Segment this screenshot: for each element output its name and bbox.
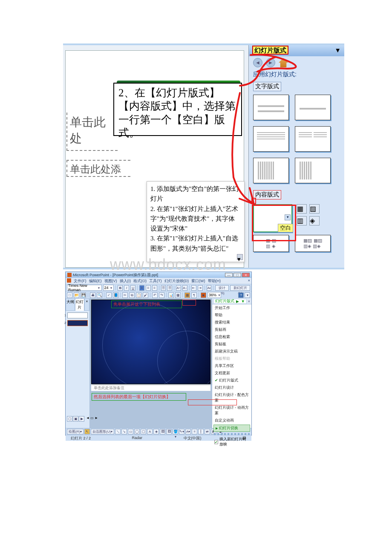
paneitem-custom-anim[interactable]: 自定义动画 bbox=[212, 417, 251, 424]
paneitem-docupdate[interactable]: 文档更新 bbox=[212, 370, 251, 377]
save-button[interactable]: 💾 bbox=[81, 292, 86, 298]
slideshow-view-button[interactable]: ▶ bbox=[79, 416, 84, 422]
cut-button[interactable]: ✂ bbox=[122, 292, 128, 298]
diagram-button[interactable]: ◈ bbox=[153, 429, 159, 434]
menu-edit[interactable]: 编辑(E) bbox=[89, 278, 102, 283]
table-icon[interactable]: ▦ bbox=[297, 204, 307, 214]
forward-icon[interactable]: ► bbox=[266, 58, 275, 67]
design-button[interactable]: 设计(S) bbox=[215, 285, 229, 291]
paneitem-shared[interactable]: 共享工作区 bbox=[212, 362, 251, 370]
redo-button[interactable]: ↷ bbox=[159, 292, 164, 298]
decrease-indent-button[interactable]: ⇤ bbox=[191, 285, 196, 291]
layout-thumb-vertical[interactable] bbox=[253, 158, 289, 183]
spellcheck-button[interactable]: ✓ bbox=[106, 292, 112, 298]
increase-indent-button[interactable]: ⇥ bbox=[198, 285, 203, 291]
help-button[interactable]: ? bbox=[238, 292, 244, 298]
select-objects-button[interactable]: ↖ bbox=[84, 429, 90, 434]
menu-window[interactable]: 窗口(W) bbox=[191, 278, 205, 283]
bulleted-list-button[interactable]: ☰ bbox=[167, 285, 172, 291]
align-center-button[interactable]: ≡ bbox=[146, 285, 151, 291]
zoom-combo[interactable]: 36%▼ bbox=[208, 292, 221, 298]
pane-dropdown-icon[interactable]: ▼ bbox=[334, 46, 341, 54]
text-placeholder-2[interactable]: 单击此处添 bbox=[66, 160, 130, 177]
line-style-button[interactable]: ≡ bbox=[192, 429, 197, 434]
mini-slide-1[interactable]: 1 bbox=[67, 312, 88, 318]
show-hide-button[interactable]: ¶ bbox=[191, 292, 197, 298]
layout-thumb-title-only[interactable] bbox=[295, 95, 331, 120]
chart-icon[interactable]: ▥ bbox=[297, 216, 307, 225]
text-placeholder-1[interactable]: 单击此处 bbox=[66, 113, 118, 151]
clipart-button[interactable]: 🖼 bbox=[160, 429, 165, 434]
layout-thumb-bullets[interactable] bbox=[253, 126, 289, 152]
home-button[interactable] bbox=[279, 58, 288, 67]
picture-icon[interactable]: ▨ bbox=[309, 204, 320, 214]
right-pane-close-icon[interactable]: × bbox=[248, 299, 250, 304]
insert-chart-button[interactable]: 📊 bbox=[168, 292, 174, 298]
font-size-combo[interactable]: 24▼ bbox=[103, 285, 114, 291]
notes-area[interactable]: 单击此处添加备注 bbox=[91, 384, 210, 391]
line-tool-button[interactable]: ＼ bbox=[115, 429, 121, 434]
numbered-list-button[interactable]: ☰ bbox=[161, 285, 166, 291]
tab-slides[interactable]: 幻灯片 bbox=[75, 298, 84, 311]
menu-tools[interactable]: 工具(T) bbox=[149, 278, 162, 283]
line-color-button[interactable]: ✎▾ bbox=[179, 429, 184, 434]
menu-help[interactable]: 帮助(H) bbox=[208, 278, 221, 283]
menu-file[interactable]: 文件(F) bbox=[74, 278, 86, 283]
layout-thumb-title[interactable] bbox=[253, 95, 289, 120]
diagram-icon[interactable]: ◈ bbox=[309, 216, 320, 225]
arrow-tool-button[interactable]: ↘ bbox=[121, 429, 127, 434]
sidebar-close-icon[interactable]: × bbox=[84, 298, 89, 311]
insert-table-button[interactable]: ▦ bbox=[175, 292, 181, 298]
current-slide[interactable] bbox=[91, 300, 210, 384]
textbox-tool-button[interactable]: ▢ bbox=[141, 429, 146, 434]
menu-view[interactable]: 视图(V) bbox=[104, 278, 117, 283]
sorter-view-button[interactable]: ▣ bbox=[73, 416, 78, 422]
maximize-button[interactable]: □ bbox=[233, 273, 241, 277]
paneitem-layout[interactable]: ✔幻灯片版式 bbox=[212, 377, 251, 384]
layout-thumb-vertical-2[interactable] bbox=[295, 158, 331, 183]
copy-button[interactable]: ⧉ bbox=[129, 292, 135, 298]
normal-view-button[interactable]: ▢ bbox=[67, 416, 72, 422]
paneitem-newpres[interactable]: 新建演示文稿 bbox=[212, 348, 251, 355]
menu-slideshow[interactable]: 幻灯片放映(D) bbox=[164, 278, 189, 283]
research-button[interactable]: 📘 bbox=[113, 292, 118, 298]
back-icon[interactable]: ◄ bbox=[253, 58, 262, 67]
font-color-button-2[interactable]: A▾ bbox=[185, 429, 191, 434]
tab-outline[interactable]: 大纲 bbox=[66, 298, 75, 311]
font-color-button[interactable]: A▪ bbox=[207, 285, 212, 291]
autoshapes-button[interactable]: 自选图形(U)▾ bbox=[91, 429, 114, 434]
print-button[interactable]: 🖶 bbox=[90, 292, 95, 298]
rectangle-tool-button[interactable]: ▭ bbox=[128, 429, 133, 434]
open-button[interactable]: 📂 bbox=[74, 292, 79, 298]
paneitem-clipart[interactable]: 剪贴画 bbox=[212, 326, 251, 333]
mini-slide-2[interactable]: 2 bbox=[67, 320, 88, 326]
wordart-button[interactable]: A bbox=[147, 429, 153, 434]
tables-borders-button[interactable]: ▦ bbox=[184, 292, 190, 298]
scrollbar-down-icon[interactable]: ▾ bbox=[237, 254, 243, 260]
paneitem-research[interactable]: 信息检索 bbox=[212, 333, 251, 341]
right-pane-combo[interactable]: 幻灯片版式 ▶ ▼ bbox=[213, 299, 247, 304]
paneitem-search[interactable]: 搜索结果 bbox=[212, 319, 251, 326]
new-slide-button[interactable]: 新幻灯片(N) bbox=[230, 285, 250, 291]
new-button[interactable]: □ bbox=[67, 292, 72, 298]
draw-menu-button[interactable]: 绘图(R)▾ bbox=[67, 429, 84, 434]
layout-thumb-two-col-bullets[interactable] bbox=[295, 126, 331, 152]
close-button[interactable]: X bbox=[242, 273, 250, 277]
increase-font-button[interactable]: A↑ bbox=[176, 285, 181, 291]
underline-button[interactable]: U bbox=[130, 285, 135, 291]
italic-button[interactable]: I bbox=[124, 285, 129, 291]
paneitem-start[interactable]: 开始工作 bbox=[212, 304, 251, 312]
fill-color-button[interactable]: 🪣▾ bbox=[173, 429, 178, 434]
align-left-button[interactable]: ≡ bbox=[139, 285, 144, 291]
oval-tool-button[interactable]: ◯ bbox=[134, 429, 140, 434]
menu-format[interactable]: 格式(O) bbox=[133, 278, 147, 283]
toolbar-options-button[interactable]: ▾ bbox=[245, 292, 250, 298]
layout-thumb-content-2[interactable]: ▦▨ ▦▨▥◈ ▥◈ bbox=[295, 235, 331, 252]
undo-button[interactable]: ↶ bbox=[152, 292, 158, 298]
decrease-font-button[interactable]: A↓ bbox=[182, 285, 187, 291]
picture-button[interactable]: 🖼 bbox=[166, 429, 172, 434]
format-painter-button[interactable]: 🖌 bbox=[143, 292, 148, 298]
preview-button[interactable]: 🔍 bbox=[97, 292, 102, 298]
bold-button[interactable]: B bbox=[118, 285, 123, 291]
color-button[interactable]: ■ bbox=[201, 292, 206, 298]
